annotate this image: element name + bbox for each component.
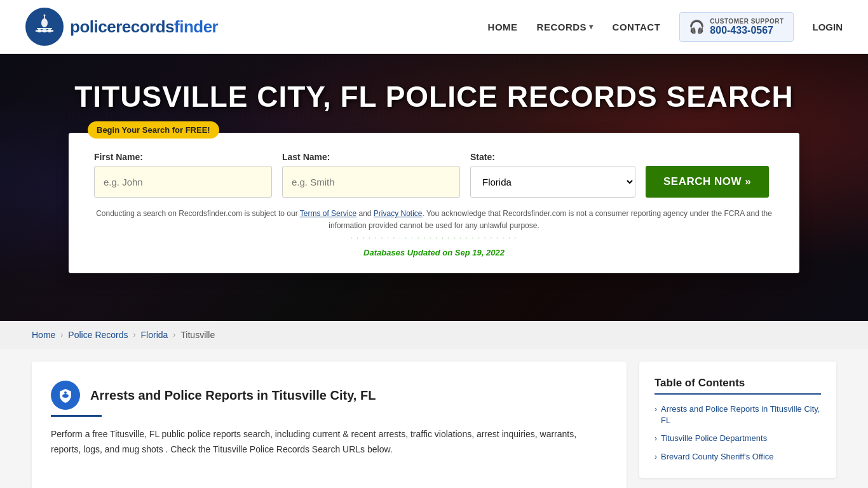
- headset-icon: 🎧: [689, 19, 705, 34]
- toc-list: › Arrests and Police Reports in Titusvil…: [654, 403, 821, 463]
- first-name-input[interactable]: [94, 166, 272, 198]
- toc-link[interactable]: Brevard County Sheriff's Office: [661, 451, 774, 463]
- state-label: State:: [470, 152, 635, 162]
- nav-records[interactable]: RECORDS ▾: [537, 22, 593, 32]
- last-name-group: Last Name:: [282, 152, 460, 198]
- svg-rect-6: [48, 29, 51, 32]
- toc-list-item: › Titusville Police Departments: [654, 433, 821, 444]
- first-name-group: First Name:: [94, 152, 272, 198]
- support-label: CUSTOMER SUPPORT: [710, 18, 783, 25]
- logo[interactable]: policerecordsfinder: [25, 8, 218, 46]
- main-nav: HOME RECORDS ▾ CONTACT 🎧 CUSTOMER SUPPOR…: [488, 12, 843, 42]
- toc-chevron-icon: ›: [654, 452, 657, 461]
- support-number: 800-433-0567: [710, 25, 783, 36]
- toc-card: Table of Contents › Arrests and Police R…: [639, 362, 836, 478]
- customer-support-button[interactable]: 🎧 CUSTOMER SUPPORT 800-433-0567: [679, 12, 793, 42]
- toc-chevron-icon: ›: [654, 405, 657, 414]
- breadcrumb-police-records[interactable]: Police Records: [68, 330, 128, 340]
- nav-contact[interactable]: CONTACT: [613, 22, 661, 32]
- last-name-label: Last Name:: [282, 152, 460, 162]
- svg-rect-2: [37, 28, 52, 29]
- nav-home[interactable]: HOME: [488, 22, 518, 32]
- toc-list-item: › Arrests and Police Reports in Titusvil…: [654, 403, 821, 426]
- breadcrumb-sep-1: ›: [60, 330, 63, 339]
- capitol-icon: [32, 14, 57, 39]
- terms-link[interactable]: Terms of Service: [300, 209, 356, 218]
- hero-title: TITUSVILLE CITY, FL POLICE RECORDS SEARC…: [74, 79, 793, 114]
- free-badge: Begin Your Search for FREE!: [88, 121, 219, 139]
- svg-point-1: [41, 18, 48, 27]
- search-form: First Name: Last Name: State: Florida Al…: [94, 152, 774, 198]
- svg-rect-4: [38, 29, 41, 32]
- main-content: Arrests and Police Reports in Titusville…: [0, 349, 868, 488]
- breadcrumb-sep-3: ›: [173, 330, 175, 339]
- toc-link[interactable]: Titusville Police Departments: [661, 433, 767, 444]
- header: policerecordsfinder HOME RECORDS ▾ CONTA…: [0, 0, 868, 54]
- db-updated: Databases Updated on Sep 19, 2022: [94, 248, 774, 257]
- search-now-button[interactable]: SEARCH NOW »: [646, 166, 769, 198]
- breadcrumb: Home › Police Records › Florida › Titusv…: [0, 321, 868, 349]
- last-name-input[interactable]: [282, 166, 460, 198]
- badge-icon: [51, 381, 80, 410]
- login-button[interactable]: LOGIN: [813, 22, 843, 32]
- content-body: Perform a free Titusville, FL public pol…: [51, 427, 607, 458]
- logo-text: policerecordsfinder: [70, 17, 218, 37]
- divider-dots: · · · · · · · · · · · · · · · · · · · · …: [94, 234, 774, 241]
- toc-underline: [654, 393, 821, 395]
- disclaimer-text: Conducting a search on Recordsfinder.com…: [94, 208, 774, 232]
- breadcrumb-home[interactable]: Home: [32, 330, 55, 340]
- toc-link[interactable]: Arrests and Police Reports in Titusville…: [661, 403, 821, 426]
- breadcrumb-sep-2: ›: [133, 330, 136, 339]
- breadcrumb-florida[interactable]: Florida: [141, 330, 168, 340]
- breadcrumb-current: Titusville: [180, 330, 215, 340]
- search-card: Begin Your Search for FREE! First Name: …: [69, 133, 799, 273]
- state-select[interactable]: Florida Alabama Alaska Arizona Californi…: [470, 166, 635, 198]
- content-card: Arrests and Police Reports in Titusville…: [32, 362, 627, 488]
- toc-list-item: › Brevard County Sheriff's Office: [654, 451, 821, 463]
- first-name-label: First Name:: [94, 152, 272, 162]
- toc-title: Table of Contents: [654, 377, 821, 390]
- content-title: Arrests and Police Reports in Titusville…: [90, 388, 376, 403]
- title-underline: [51, 415, 102, 417]
- chevron-down-icon: ▾: [589, 22, 593, 31]
- logo-icon: [25, 8, 64, 46]
- svg-rect-5: [43, 29, 46, 32]
- hero-section: TITUSVILLE CITY, FL POLICE RECORDS SEARC…: [0, 54, 868, 321]
- privacy-link[interactable]: Privacy Notice: [374, 209, 423, 218]
- toc-chevron-icon: ›: [654, 434, 657, 443]
- svg-point-8: [44, 15, 46, 17]
- shield-star-icon: [58, 388, 73, 403]
- content-header: Arrests and Police Reports in Titusville…: [51, 381, 607, 410]
- state-group: State: Florida Alabama Alaska Arizona Ca…: [470, 152, 635, 198]
